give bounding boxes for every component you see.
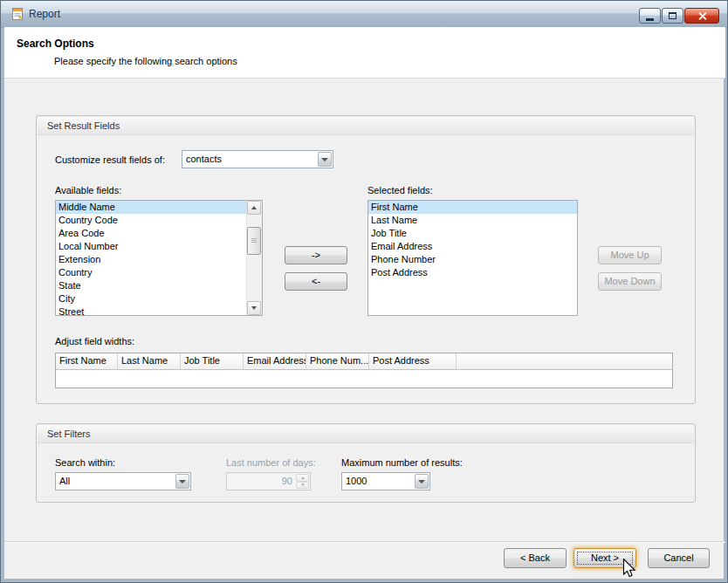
search-within-dropdown[interactable]: All — [55, 472, 191, 490]
list-item[interactable]: State — [56, 279, 247, 292]
chevron-down-icon — [179, 480, 186, 484]
arrow-up-icon — [301, 477, 305, 479]
days-label: Last number of days: — [226, 457, 316, 468]
move-left-button[interactable]: <- — [285, 272, 347, 291]
spinner-buttons — [296, 474, 309, 489]
max-results-dropdown[interactable]: 1000 — [341, 472, 430, 490]
cancel-button[interactable]: Cancel — [648, 548, 710, 568]
dropdown-button[interactable] — [175, 474, 189, 489]
group-caption: Set Result Fields — [38, 117, 694, 135]
selected-fields-label: Selected fields: — [367, 185, 433, 195]
list-item[interactable]: Country Code — [56, 214, 247, 227]
close-button[interactable] — [684, 8, 719, 24]
spinner-value: 90 — [230, 474, 292, 489]
move-up-button: Move Up — [598, 246, 662, 264]
arrow-down-icon — [251, 306, 257, 310]
list-item[interactable]: Local Number — [56, 240, 247, 253]
minimize-icon — [646, 18, 654, 21]
minimize-button[interactable] — [639, 8, 661, 24]
scrollbar[interactable] — [246, 201, 262, 315]
list-item[interactable]: Area Code — [56, 227, 247, 240]
maximize-button[interactable] — [662, 8, 683, 24]
close-icon — [697, 11, 707, 21]
list-item[interactable]: Last Name — [368, 214, 577, 227]
adjust-widths-label: Adjust field widths: — [55, 336, 134, 346]
scroll-up-button[interactable] — [247, 201, 261, 215]
dropdown-value: All — [59, 474, 174, 489]
column-header[interactable]: Email Address — [244, 353, 306, 369]
dropdown-button[interactable] — [415, 474, 429, 489]
move-right-button[interactable]: -> — [285, 246, 347, 264]
dropdown-value: contacts — [186, 152, 316, 167]
list-item[interactable]: Phone Number — [368, 253, 577, 266]
customize-fields-dropdown[interactable]: contacts — [182, 150, 333, 168]
next-button[interactable]: Next > — [573, 548, 636, 568]
search-within-label: Search within: — [55, 457, 115, 468]
column-header[interactable]: First Name — [56, 353, 118, 369]
customize-fields-label: Customize result fields of: — [55, 154, 165, 165]
available-fields-label: Available fields: — [55, 185, 121, 195]
footer-separator — [4, 541, 725, 543]
column-header[interactable]: Last Name — [118, 353, 181, 369]
wizard-header: Search Options Please specify the follow… — [4, 27, 725, 79]
days-spinner: 90 — [226, 472, 311, 490]
spin-up-button — [296, 474, 309, 482]
window-title: Report — [29, 8, 60, 20]
list-item[interactable]: Extension — [56, 253, 247, 266]
list-item[interactable]: First Name — [368, 201, 577, 214]
move-down-button: Move Down — [598, 272, 662, 291]
grid-header: First Name Last Name Job Title Email Add… — [56, 353, 672, 370]
list-item[interactable]: Country — [56, 266, 247, 279]
spin-down-button — [296, 482, 309, 490]
column-header[interactable]: Phone Num... — [306, 353, 369, 369]
list-item[interactable]: City — [56, 292, 247, 305]
column-header[interactable]: Post Address — [369, 353, 457, 369]
list-item[interactable]: Middle Name — [56, 201, 247, 214]
field-widths-grid: First Name Last Name Job Title Email Add… — [55, 353, 673, 388]
page-subtitle: Please specify the following search opti… — [54, 56, 237, 66]
grip-icon — [251, 238, 257, 243]
report-dialog: Report Search Options Please specify the… — [0, 0, 728, 583]
column-header[interactable]: Job Title — [181, 353, 244, 369]
focus-rect — [577, 552, 633, 565]
max-results-label: Maximum number of results: — [341, 457, 463, 468]
chevron-down-icon — [418, 480, 425, 484]
list-item[interactable]: Post Address — [368, 266, 577, 279]
list-item[interactable]: Job Title — [368, 227, 577, 240]
list-item[interactable]: Email Address — [368, 240, 577, 253]
dropdown-button[interactable] — [318, 152, 332, 167]
scrollbar-thumb[interactable] — [247, 227, 261, 255]
selected-fields-list[interactable]: First Name Last Name Job Title Email Add… — [367, 200, 578, 316]
back-button[interactable]: < Back — [504, 548, 567, 568]
title-bar[interactable]: Report — [1, 1, 727, 28]
page-title: Search Options — [17, 38, 94, 50]
group-caption: Set Filters — [38, 425, 694, 443]
grid-empty-row — [56, 370, 672, 388]
scroll-down-button[interactable] — [247, 301, 261, 315]
column-header-filler — [457, 353, 672, 369]
arrow-up-icon — [251, 206, 257, 209]
maximize-icon — [669, 12, 676, 19]
chevron-down-icon — [321, 158, 328, 161]
dropdown-value: 1000 — [346, 474, 413, 489]
arrow-down-icon — [301, 484, 305, 486]
window-icon — [10, 7, 24, 21]
list-item[interactable]: Street — [56, 305, 247, 316]
available-fields-list[interactable]: Middle Name Country Code Area Code Local… — [55, 200, 263, 316]
